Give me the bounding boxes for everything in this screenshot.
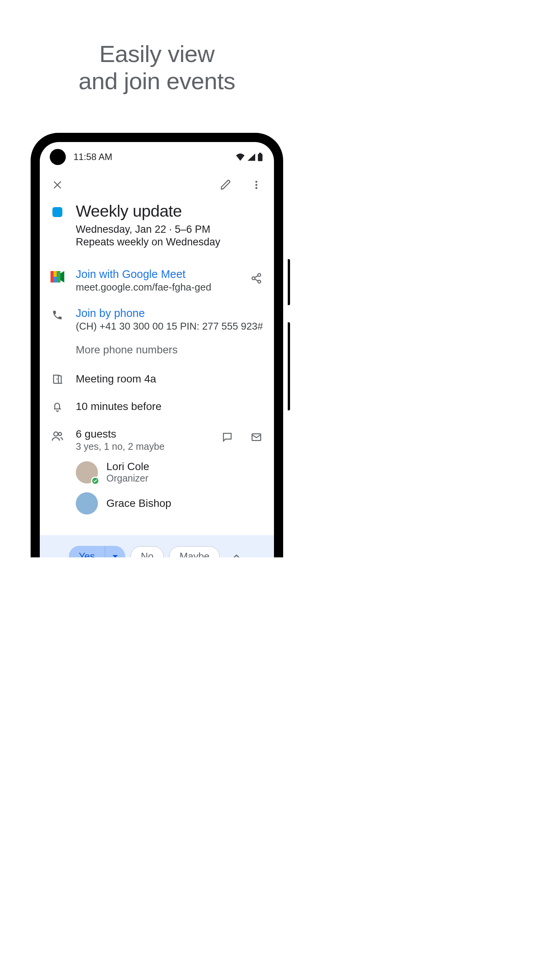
guest-role: Organizer — [106, 473, 149, 484]
share-icon — [251, 273, 262, 284]
phone-icon — [52, 309, 63, 321]
rsvp-yes-button[interactable]: Yes — [69, 546, 105, 557]
event-datetime: Wednesday, Jan 22 · 5–6 PM — [76, 224, 266, 235]
check-icon — [93, 479, 98, 483]
top-bar — [40, 163, 274, 199]
guest-response-summary: 3 yes, 1 no, 2 maybe — [76, 441, 214, 452]
svg-point-13 — [56, 379, 57, 380]
room-label: Meeting room 4a — [76, 373, 266, 385]
svg-rect-6 — [54, 271, 57, 277]
email-icon — [251, 431, 262, 443]
guest-row[interactable]: Lori Cole Organizer — [48, 461, 266, 484]
svg-point-15 — [59, 433, 62, 436]
svg-rect-1 — [259, 153, 261, 154]
close-icon — [52, 180, 63, 190]
event-recurrence: Repeats weekly on Wednesday — [76, 236, 266, 248]
rsvp-maybe-button[interactable]: Maybe — [169, 546, 220, 557]
edit-button[interactable] — [217, 176, 235, 194]
overflow-menu-button[interactable] — [247, 176, 266, 194]
svg-point-11 — [252, 277, 255, 280]
rsvp-bar: Yes No Maybe — [40, 535, 274, 557]
bell-icon — [52, 401, 63, 412]
rsvp-no-button[interactable]: No — [130, 546, 164, 557]
caret-down-icon — [112, 555, 118, 558]
side-button — [288, 322, 290, 410]
chat-guests-button[interactable] — [218, 428, 236, 446]
svg-rect-0 — [258, 154, 262, 161]
marketing-headline: Easily view and join events — [0, 40, 314, 95]
guest-name: Lori Cole — [106, 461, 149, 473]
expand-rsvp-button[interactable] — [228, 548, 245, 558]
svg-point-10 — [258, 274, 261, 277]
svg-point-14 — [54, 432, 58, 436]
guest-name: Grace Bishop — [106, 497, 171, 510]
status-icons — [236, 153, 262, 161]
avatar — [76, 492, 98, 514]
more-vert-icon — [251, 180, 262, 190]
reminder-label: 10 minutes before — [76, 400, 266, 413]
svg-rect-5 — [51, 271, 54, 283]
headline-line-1: Easily view — [0, 40, 314, 67]
svg-rect-7 — [54, 277, 57, 283]
email-guests-button[interactable] — [247, 428, 266, 446]
event-title: Weekly update — [76, 202, 266, 220]
svg-point-4 — [255, 187, 257, 189]
svg-rect-8 — [57, 271, 60, 283]
pencil-icon — [220, 179, 231, 191]
chevron-up-icon — [232, 554, 241, 558]
battery-icon — [258, 153, 262, 161]
phone-bezel: 11:58 AM — [36, 138, 278, 557]
wifi-icon — [236, 153, 245, 161]
front-camera — [50, 149, 66, 165]
event-content: Weekly update Wednesday, Jan 22 · 5–6 PM… — [40, 202, 274, 514]
more-phone-numbers-link[interactable]: More phone numbers — [76, 344, 266, 356]
rsvp-yes-group: Yes — [69, 546, 125, 557]
room-icon — [52, 373, 63, 385]
guest-count: 6 guests — [76, 428, 214, 440]
status-time: 11:58 AM — [73, 152, 112, 162]
side-button — [288, 259, 290, 305]
svg-point-2 — [255, 181, 257, 183]
rsvp-yes-options-button[interactable] — [105, 546, 125, 557]
status-bar: 11:58 AM — [40, 142, 274, 163]
rsvp-yes-badge — [91, 477, 99, 485]
share-meet-button[interactable] — [247, 268, 266, 286]
svg-point-12 — [258, 280, 261, 283]
phone-number-detail: (CH) +41 30 300 00 15 PIN: 277 555 923# — [76, 320, 266, 332]
chat-icon — [222, 431, 233, 443]
guest-row[interactable]: Grace Bishop — [48, 492, 266, 514]
phone-screen: 11:58 AM — [40, 142, 274, 557]
svg-marker-9 — [60, 271, 64, 283]
phone-frame: 11:58 AM — [31, 133, 283, 557]
join-google-meet-link[interactable]: Join with Google Meet — [76, 268, 243, 281]
meet-url: meet.google.com/fae-fgha-ged — [76, 281, 243, 293]
people-icon — [51, 430, 64, 442]
join-by-phone-link[interactable]: Join by phone — [76, 307, 266, 320]
headline-line-2: and join events — [0, 67, 314, 95]
calendar-color-indicator — [52, 207, 62, 217]
google-meet-icon — [51, 271, 64, 283]
svg-point-3 — [255, 184, 257, 186]
close-button[interactable] — [48, 176, 67, 194]
signal-icon — [247, 153, 256, 161]
